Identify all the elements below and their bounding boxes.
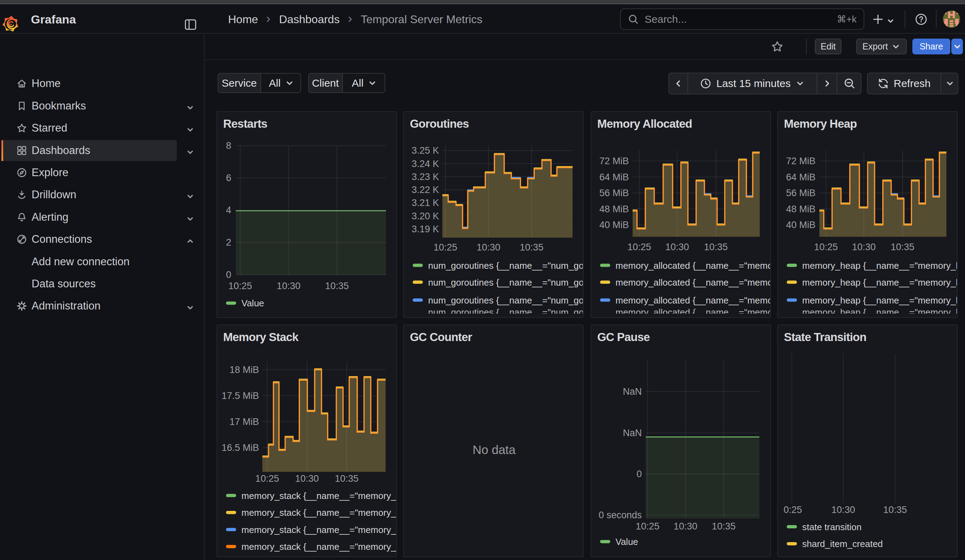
svg-text:10:30: 10:30: [476, 242, 500, 253]
svg-text:3.25 K: 3.25 K: [412, 145, 439, 156]
svg-text:No data: No data: [473, 443, 516, 457]
svg-text:48 MiB: 48 MiB: [599, 204, 629, 214]
svg-text:10:25: 10:25: [229, 281, 252, 291]
svg-text:10:30: 10:30: [831, 504, 855, 515]
svg-text:10:25: 10:25: [636, 521, 660, 532]
svg-text:10:25: 10:25: [814, 242, 838, 252]
svg-text:4: 4: [226, 205, 231, 216]
svg-text:10:25: 10:25: [627, 242, 651, 252]
svg-text:17 MiB: 17 MiB: [229, 416, 259, 427]
svg-text:17.5 MiB: 17.5 MiB: [221, 390, 259, 401]
svg-text:NaN: NaN: [623, 428, 642, 438]
svg-text:0:25: 0:25: [783, 504, 802, 515]
svg-text:2: 2: [226, 237, 231, 248]
svg-text:10:25: 10:25: [433, 242, 457, 253]
svg-text:3.20 K: 3.20 K: [412, 211, 439, 221]
svg-text:64 MiB: 64 MiB: [599, 172, 629, 183]
svg-text:40 MiB: 40 MiB: [786, 220, 816, 230]
svg-text:memory_stack {__name__="memory: memory_stack {__name__="memory_stack: [241, 541, 397, 552]
svg-text:10:30: 10:30: [665, 242, 689, 252]
svg-text:memory_stack {__name__="memory: memory_stack {__name__="memory_stack: [241, 491, 397, 501]
svg-text:0: 0: [636, 469, 642, 479]
svg-text:72 MiB: 72 MiB: [599, 156, 629, 166]
svg-text:NaN: NaN: [623, 386, 642, 397]
svg-text:Value: Value: [241, 298, 264, 309]
svg-text:memory_heap {__name__="memory_: memory_heap {__name__="memory_heap": [802, 295, 958, 305]
svg-text:3.23 K: 3.23 K: [412, 171, 439, 182]
svg-text:10:25: 10:25: [255, 473, 279, 484]
svg-text:memory_allocated {__name__="me: memory_allocated {__name__="memory_a: [615, 260, 771, 271]
svg-text:0 seconds: 0 seconds: [599, 510, 642, 520]
svg-text:0: 0: [226, 269, 231, 280]
svg-text:56 MiB: 56 MiB: [786, 188, 816, 198]
svg-text:memory_stack {__name__="memory: memory_stack {__name__="memory_stack: [241, 524, 397, 535]
svg-text:10:35: 10:35: [883, 504, 907, 515]
svg-text:10:30: 10:30: [852, 242, 876, 252]
svg-text:40 MiB: 40 MiB: [599, 220, 629, 230]
svg-text:8: 8: [226, 140, 231, 151]
svg-text:memory_heap {__name__="memory_: memory_heap {__name__="memory_heap": [802, 260, 958, 271]
svg-text:10:35: 10:35: [325, 281, 349, 291]
svg-text:Value: Value: [615, 537, 638, 547]
svg-text:3.19 K: 3.19 K: [412, 224, 439, 234]
svg-text:10:35: 10:35: [891, 242, 914, 252]
svg-text:3.21 K: 3.21 K: [412, 198, 439, 208]
svg-text:18 MiB: 18 MiB: [229, 364, 259, 375]
svg-text:72 MiB: 72 MiB: [786, 156, 816, 166]
svg-text:num_goroutines {__name__="num_: num_goroutines {__name__="num_gorout: [428, 260, 584, 271]
svg-text:10:35: 10:35: [520, 242, 543, 253]
svg-text:10:35: 10:35: [704, 242, 728, 252]
svg-text:3.22 K: 3.22 K: [412, 184, 439, 195]
svg-text:56 MiB: 56 MiB: [599, 188, 629, 198]
svg-text:10:35: 10:35: [335, 473, 359, 484]
svg-text:10:35: 10:35: [712, 521, 736, 532]
svg-text:10:30: 10:30: [277, 281, 301, 291]
svg-text:10:30: 10:30: [674, 521, 698, 532]
svg-text:num_goroutines {__name__="num_: num_goroutines {__name__="num_gorout: [428, 295, 584, 305]
svg-text:memory_allocated {__name__="me: memory_allocated {__name__="memory_a: [615, 277, 771, 288]
svg-text:10:30: 10:30: [295, 473, 319, 484]
svg-text:16.5 MiB: 16.5 MiB: [221, 442, 259, 453]
svg-text:64 MiB: 64 MiB: [786, 172, 816, 183]
svg-text:3.24 K: 3.24 K: [412, 158, 439, 169]
svg-text:memory_stack {__name__="memory: memory_stack {__name__="memory_stack: [241, 508, 397, 518]
svg-text:memory_heap {__name__="memory_: memory_heap {__name__="memory_heap": [802, 277, 958, 288]
svg-text:48 MiB: 48 MiB: [786, 204, 816, 214]
svg-text:6: 6: [226, 173, 231, 183]
svg-text:shard_item_created: shard_item_created: [802, 539, 883, 549]
svg-text:state transition: state transition: [802, 522, 862, 532]
svg-text:num_goroutines {__name__="num_: num_goroutines {__name__="num_gorout: [428, 277, 584, 288]
svg-text:memory_allocated {__name__="me: memory_allocated {__name__="memory_a: [615, 295, 771, 305]
